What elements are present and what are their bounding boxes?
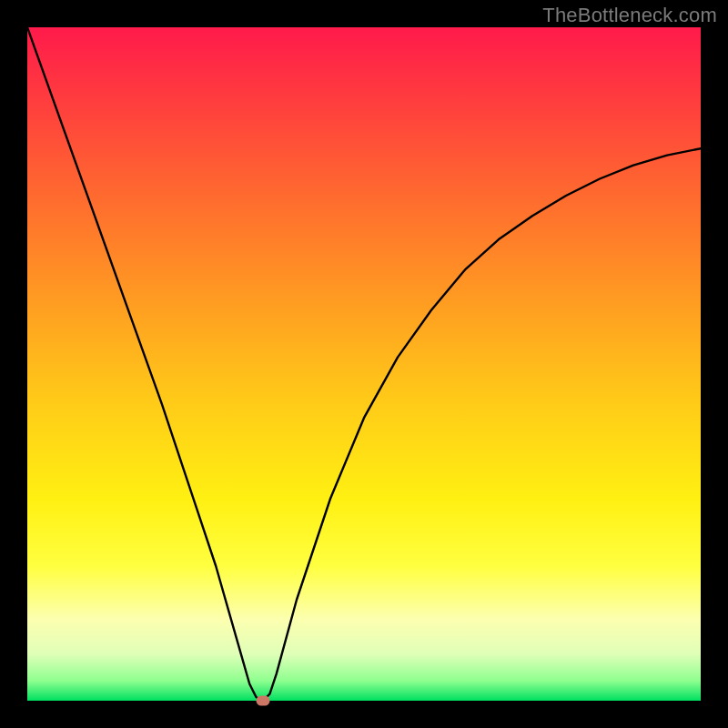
plot-area <box>27 27 701 701</box>
optimal-point-marker <box>257 696 270 706</box>
chart-frame: TheBottleneck.com <box>0 0 728 728</box>
bottleneck-curve <box>27 27 701 701</box>
watermark-text: TheBottleneck.com <box>542 4 717 27</box>
